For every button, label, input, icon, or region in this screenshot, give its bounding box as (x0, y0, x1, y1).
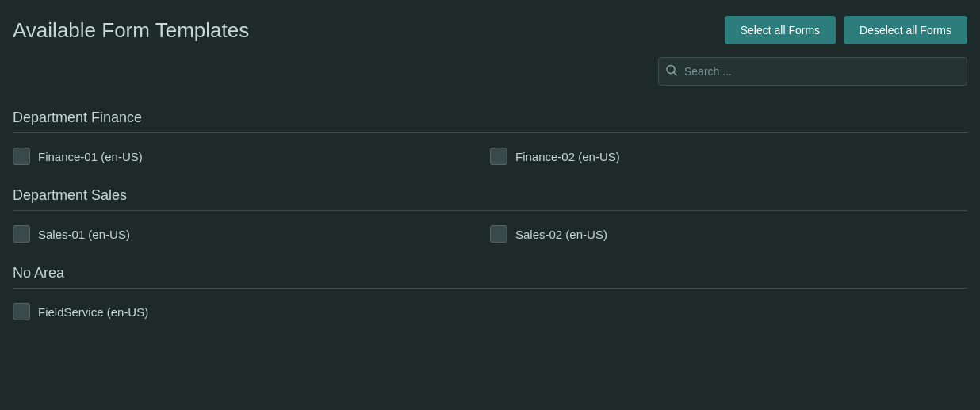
form-items-row-no-area: FieldService (en-US) (13, 300, 967, 324)
list-item: Sales-01 (en-US) (13, 222, 490, 246)
form-items-row-department-finance: Finance-01 (en-US)Finance-02 (en-US) (13, 144, 967, 168)
svg-line-1 (674, 73, 677, 76)
label-finance-01[interactable]: Finance-01 (en-US) (38, 150, 143, 163)
list-item: Finance-02 (en-US) (490, 144, 967, 168)
section-no-area: No AreaFieldService (en-US) (13, 265, 967, 324)
search-container (658, 57, 967, 86)
form-items-row-department-sales: Sales-01 (en-US)Sales-02 (en-US) (13, 222, 967, 246)
list-item: FieldService (en-US) (13, 300, 490, 324)
select-all-button[interactable]: Select all Forms (725, 16, 836, 44)
section-department-finance: Department FinanceFinance-01 (en-US)Fina… (13, 109, 967, 168)
header-buttons: Select all Forms Deselect all Forms (725, 16, 967, 44)
page-title: Available Form Templates (13, 18, 249, 43)
sections-container: Department FinanceFinance-01 (en-US)Fina… (13, 109, 967, 324)
label-finance-02[interactable]: Finance-02 (en-US) (515, 150, 620, 163)
checkbox-finance-02[interactable] (490, 148, 507, 165)
section-title-department-finance: Department Finance (13, 109, 967, 133)
checkbox-fieldservice[interactable] (13, 303, 30, 320)
search-input[interactable] (658, 57, 967, 86)
list-item: Sales-02 (en-US) (490, 222, 967, 246)
section-title-department-sales: Department Sales (13, 187, 967, 211)
checkbox-finance-01[interactable] (13, 148, 30, 165)
search-icon (666, 65, 677, 79)
header-row: Available Form Templates Select all Form… (13, 16, 967, 44)
search-row (13, 57, 967, 86)
list-item: Finance-01 (en-US) (13, 144, 490, 168)
label-fieldservice[interactable]: FieldService (en-US) (38, 305, 148, 319)
label-sales-01[interactable]: Sales-01 (en-US) (38, 228, 130, 241)
label-sales-02[interactable]: Sales-02 (en-US) (515, 228, 607, 241)
section-department-sales: Department SalesSales-01 (en-US)Sales-02… (13, 187, 967, 246)
checkbox-sales-02[interactable] (490, 225, 507, 243)
checkbox-sales-01[interactable] (13, 225, 30, 243)
section-title-no-area: No Area (13, 265, 967, 289)
deselect-all-button[interactable]: Deselect all Forms (844, 16, 967, 44)
